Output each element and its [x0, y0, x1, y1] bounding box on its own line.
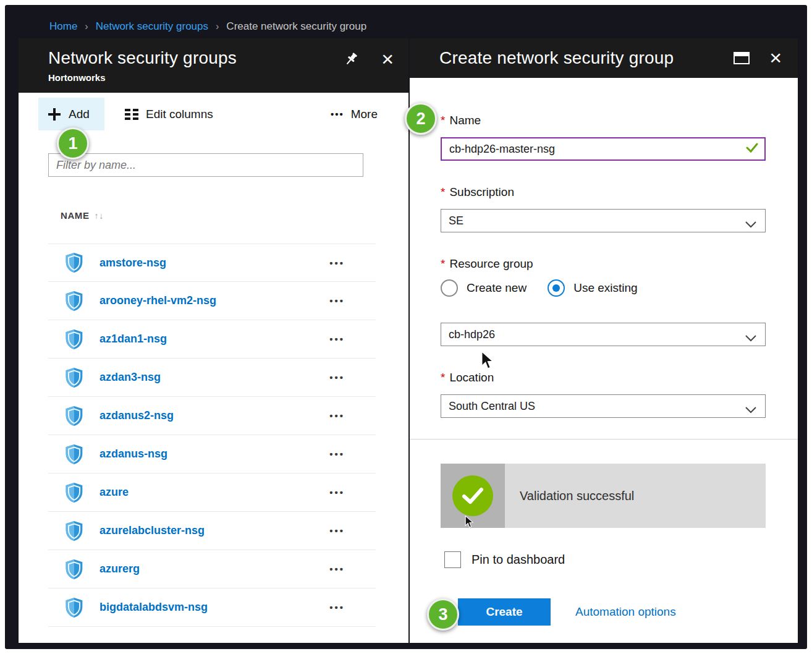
close-blade-icon[interactable]: ×: [381, 51, 394, 67]
pin-to-dashboard-label: Pin to dashboard: [472, 553, 565, 567]
table-row[interactable]: azure •••: [48, 474, 376, 512]
chevron-down-icon: [745, 404, 756, 417]
table-row[interactable]: azdan3-nsg •••: [48, 359, 376, 397]
nsg-row-label[interactable]: azdan3-nsg: [99, 371, 161, 384]
row-context-menu-icon[interactable]: •••: [329, 372, 345, 383]
row-context-menu-icon[interactable]: •••: [329, 487, 345, 498]
right-blade-header: Create network security group ×: [410, 38, 798, 78]
chevron-down-icon: [745, 218, 756, 231]
nsg-row-label[interactable]: azure: [99, 486, 129, 499]
name-column-header[interactable]: NAME: [61, 210, 90, 221]
pin-blade-icon[interactable]: [343, 51, 359, 67]
row-context-menu-icon[interactable]: •••: [329, 334, 345, 344]
table-row[interactable]: bigdatalabdsvm-nsg •••: [48, 588, 376, 627]
nsg-shield-icon: [64, 443, 84, 465]
more-button-label: More: [351, 108, 378, 121]
nsg-row-label[interactable]: bigdatalabdsvm-nsg: [99, 601, 208, 614]
subscription-select[interactable]: SE: [441, 209, 766, 232]
row-context-menu-icon[interactable]: •••: [329, 410, 345, 421]
table-row[interactable]: azurerg •••: [48, 550, 376, 588]
row-context-menu-icon[interactable]: •••: [329, 258, 345, 268]
chevron-down-icon: [745, 332, 756, 345]
validation-check-icon: [452, 475, 493, 516]
nsg-row-label[interactable]: arooney-rhel-vm2-nsg: [99, 294, 216, 307]
breadcrumb-separator-icon: ›: [216, 21, 219, 32]
filter-input[interactable]: [48, 153, 363, 177]
step-badge-2: 2: [405, 103, 437, 135]
pin-to-dashboard[interactable]: Pin to dashboard: [444, 551, 565, 568]
radio-use-existing-label: Use existing: [573, 281, 638, 295]
required-asterisk: *: [441, 371, 445, 384]
nsg-shield-icon: [64, 328, 84, 350]
create-nsg-blade: Create network security group × *Name *S…: [410, 38, 798, 643]
resource-group-label: *Resource group: [441, 257, 533, 271]
row-context-menu-icon[interactable]: •••: [329, 525, 345, 536]
radio-use-existing[interactable]: Use existing: [548, 279, 638, 297]
nsg-list: amstore-nsg ••• arooney-rhel-vm2-nsg •••…: [48, 244, 376, 627]
edit-columns-label: Edit columns: [146, 108, 213, 121]
table-row[interactable]: az1dan1-nsg •••: [48, 320, 376, 359]
row-context-menu-icon[interactable]: •••: [329, 295, 345, 306]
valid-check-icon: [746, 143, 758, 155]
name-label: *Name: [441, 114, 481, 127]
nsg-shield-icon: [64, 520, 84, 542]
automation-options-link[interactable]: Automation options: [575, 598, 676, 626]
pin-checkbox[interactable]: [444, 551, 461, 568]
plus-icon: [48, 108, 61, 121]
name-label-text: Name: [449, 114, 481, 127]
table-row[interactable]: arooney-rhel-vm2-nsg •••: [48, 282, 376, 320]
breadcrumb-separator-icon: ›: [85, 21, 88, 32]
right-blade-title: Create network security group: [439, 48, 674, 68]
nsg-shield-icon: [64, 597, 84, 619]
required-asterisk: *: [441, 257, 445, 270]
radio-create-new[interactable]: Create new: [441, 279, 527, 297]
section-divider: [410, 439, 798, 440]
nsg-shield-icon: [64, 405, 84, 427]
nsg-row-label[interactable]: azurerg: [99, 563, 140, 575]
nsg-shield-icon: [64, 252, 84, 274]
sort-icon[interactable]: ↑↓: [95, 211, 104, 221]
resource-group-select[interactable]: cb-hdp26: [441, 323, 766, 346]
breadcrumb-home[interactable]: Home: [49, 20, 77, 33]
location-label-text: Location: [449, 371, 494, 384]
required-asterisk: *: [441, 185, 445, 198]
table-row[interactable]: amstore-nsg •••: [48, 244, 376, 282]
nsg-row-label[interactable]: azdanus-nsg: [99, 448, 167, 461]
location-select[interactable]: South Central US: [441, 394, 766, 418]
close-create-blade-icon[interactable]: ×: [769, 49, 782, 66]
table-row[interactable]: azdanus-nsg •••: [48, 435, 376, 474]
breadcrumb-current: Create network security group: [226, 20, 366, 33]
validation-icon-tile: [441, 464, 505, 528]
location-label: *Location: [441, 371, 494, 384]
table-row[interactable]: azurelabcluster-nsg •••: [48, 512, 376, 550]
more-button[interactable]: ••• More: [331, 98, 378, 130]
resource-group-options: Create new Use existing: [441, 279, 638, 297]
row-context-menu-icon[interactable]: •••: [329, 449, 345, 459]
nsg-row-label[interactable]: azdanus2-nsg: [99, 409, 174, 422]
name-field-wrap: [441, 137, 766, 161]
nsg-shield-icon: [64, 290, 84, 312]
row-context-menu-icon[interactable]: •••: [329, 602, 345, 613]
create-button[interactable]: Create: [458, 598, 551, 626]
subscription-value: SE: [449, 214, 463, 227]
breadcrumb-network-security-groups[interactable]: Network security groups: [96, 20, 208, 33]
validation-message: Validation successful: [505, 464, 766, 528]
nsg-shield-icon: [64, 558, 84, 580]
nsg-row-label[interactable]: az1dan1-nsg: [99, 333, 167, 346]
step-badge-1: 1: [57, 127, 89, 159]
nsg-row-label[interactable]: amstore-nsg: [99, 257, 166, 270]
left-blade-subtitle: Hortonworks: [48, 72, 396, 83]
radio-create-new-label: Create new: [467, 281, 527, 295]
add-button-label: Add: [69, 108, 90, 121]
name-input[interactable]: [441, 137, 766, 161]
row-context-menu-icon[interactable]: •••: [329, 564, 345, 574]
nsg-row-label[interactable]: azurelabcluster-nsg: [99, 524, 205, 537]
nsg-shield-icon: [64, 367, 84, 389]
table-row[interactable]: azdanus2-nsg •••: [48, 397, 376, 435]
more-icon: •••: [331, 109, 344, 119]
validation-banner: Validation successful: [441, 464, 766, 528]
edit-columns-button[interactable]: Edit columns: [125, 98, 213, 130]
maximize-blade-icon[interactable]: [734, 52, 750, 64]
add-button[interactable]: Add: [38, 98, 104, 130]
required-asterisk: *: [441, 114, 445, 127]
